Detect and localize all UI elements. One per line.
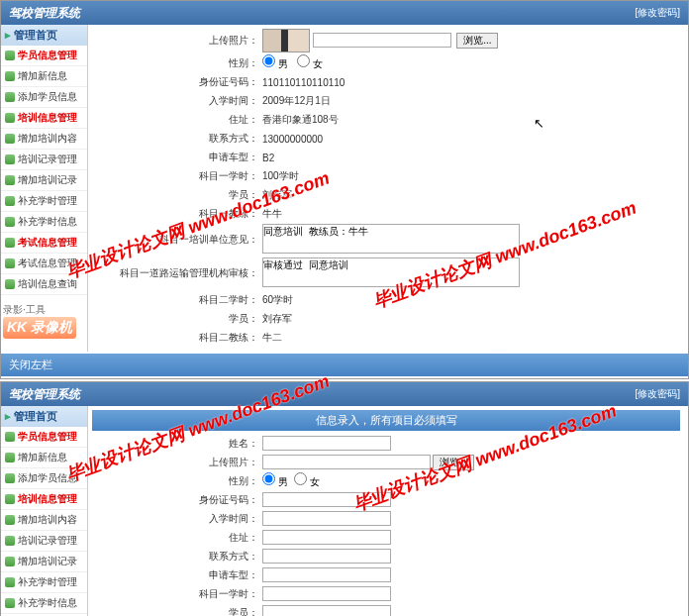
menu-icon	[5, 577, 15, 587]
menu-icon	[5, 217, 15, 227]
browse-button[interactable]: 浏览...	[456, 33, 498, 49]
gender-male-radio[interactable]	[262, 54, 275, 67]
contact-input[interactable]	[262, 549, 391, 564]
s1review-textarea[interactable]	[262, 257, 520, 287]
cartype-value: B2	[262, 153, 274, 163]
menu-icon	[5, 92, 15, 102]
arrow-icon: ▸	[5, 29, 11, 42]
enroll-input[interactable]	[262, 511, 391, 526]
s1coach-value: 牛牛	[262, 208, 282, 219]
id-input[interactable]	[262, 492, 391, 507]
notice-bar: 信息录入，所有项目必须填写	[92, 410, 680, 431]
id-value: 110110110110110	[262, 77, 344, 88]
s2hours-value: 60学时	[262, 294, 293, 305]
gender-female-radio[interactable]	[297, 54, 310, 67]
sidebar-item-9[interactable]: 考试信息管理	[1, 233, 87, 254]
sidebar-item-6[interactable]: 增加培训记录	[1, 552, 87, 572]
menu-icon	[5, 238, 15, 248]
s1opinion-textarea[interactable]	[262, 224, 520, 254]
menu-icon	[5, 279, 15, 289]
sidebar-item-11[interactable]: 培训信息查询	[1, 274, 87, 295]
bottom-panel: 驾校管理系统 [修改密码] ▸ 管理首页 学员信息管理增加新信息添加学员信息培训…	[0, 381, 689, 616]
student-value: 刘存军	[262, 189, 292, 200]
header-bar-top: 驾校管理系统 [修改密码]	[1, 1, 688, 25]
menu-icon	[5, 71, 15, 81]
name-input[interactable]	[262, 436, 391, 451]
addr-value: 香港印象通108号	[262, 114, 339, 125]
menu-icon	[5, 154, 15, 164]
s1hours-value: 100学时	[262, 170, 299, 181]
menu-icon	[5, 51, 15, 60]
menu-icon	[5, 453, 15, 462]
gender-label: 性别：	[92, 56, 262, 70]
change-password-link[interactable]: [修改密码]	[635, 1, 680, 25]
addr-input[interactable]	[262, 530, 391, 545]
sidebar-bottom: ▸ 管理首页 学员信息管理增加新信息添加学员信息培训信息管理增加培训内容培训记录…	[1, 406, 88, 616]
contact-value: 13000000000	[262, 134, 323, 145]
sidebar-item-8[interactable]: 补充学时信息	[1, 212, 87, 233]
app-title-2: 驾校管理系统	[9, 382, 80, 406]
photo-thumbnail	[262, 29, 310, 52]
sidebar-item-1[interactable]: 增加新信息	[1, 66, 87, 87]
menu-icon	[5, 432, 15, 442]
menu-icon	[5, 113, 15, 123]
sidebar-item-7[interactable]: 补充学时管理	[1, 191, 87, 212]
sidebar-item-3[interactable]: 培训信息管理	[1, 108, 87, 129]
gender-male-radio-2[interactable]	[262, 472, 275, 485]
photo-input-2[interactable]	[262, 455, 431, 469]
menu-icon	[5, 557, 15, 566]
sidebar-item-2[interactable]: 添加学员信息	[1, 468, 87, 489]
sidebar-item-10[interactable]: 考试信息管理	[1, 254, 87, 274]
menu-icon	[5, 598, 15, 608]
photo-label: 上传照片：	[92, 34, 262, 48]
menu-icon	[5, 258, 15, 268]
sidebar-item-0[interactable]: 学员信息管理	[1, 46, 87, 66]
enroll-value: 2009年12月1日	[262, 95, 331, 106]
menu-icon	[5, 494, 15, 504]
arrow-icon-2: ▸	[5, 410, 11, 423]
photo-path-input[interactable]	[313, 33, 451, 48]
menu-icon	[5, 536, 15, 546]
sidebar-item-1[interactable]: 增加新信息	[1, 448, 87, 468]
sidebar-item-2[interactable]: 添加学员信息	[1, 87, 87, 108]
sidebar-item-3[interactable]: 培训信息管理	[1, 489, 87, 510]
sidebar-head[interactable]: ▸ 管理首页	[1, 25, 87, 46]
sidebar-item-4[interactable]: 增加培训内容	[1, 129, 87, 150]
sidebar-item-5[interactable]: 培训记录管理	[1, 531, 87, 552]
sidebar-item-6[interactable]: 增加培训记录	[1, 170, 87, 191]
menu-icon	[5, 196, 15, 206]
s1hours-input[interactable]	[262, 586, 391, 601]
sidebar-item-7[interactable]: 补充学时管理	[1, 572, 87, 593]
main-top: 上传照片： 浏览... 性别： 男 女 身份证号码：11011011011011…	[88, 25, 688, 352]
change-password-link-2[interactable]: [修改密码]	[635, 382, 680, 406]
app-title: 驾校管理系统	[9, 1, 80, 25]
cartype-input[interactable]	[262, 567, 391, 582]
menu-icon	[5, 473, 15, 483]
top-panel: 驾校管理系统 [修改密码] ▸ 管理首页 学员信息管理增加新信息添加学员信息培训…	[0, 0, 689, 379]
student2-value: 刘存军	[262, 313, 292, 324]
s2coach-value: 牛二	[262, 332, 282, 343]
student-input[interactable]	[262, 605, 391, 616]
sidebar-top: ▸ 管理首页 学员信息管理增加新信息添加学员信息培训信息管理增加培训内容培训记录…	[1, 25, 88, 352]
collapse-sidebar-bar[interactable]: 关闭左栏	[1, 354, 688, 376]
sidebar-item-0[interactable]: 学员信息管理	[1, 427, 87, 448]
menu-icon	[5, 175, 15, 185]
main-bottom: 信息录入，所有项目必须填写 姓名： 上传照片：浏览... 性别： 男 女 身份证…	[88, 406, 688, 616]
cursor-icon: ↖	[534, 116, 544, 131]
sidebar-item-5[interactable]: 培训记录管理	[1, 150, 87, 170]
sidebar-item-4[interactable]: 增加培训内容	[1, 510, 87, 531]
sidebar-item-8[interactable]: 补充学时信息	[1, 593, 87, 614]
menu-icon	[5, 134, 15, 144]
sidebar-head-2[interactable]: ▸ 管理首页	[1, 406, 87, 427]
kk-logo: 录影·工具 KK 录像机	[1, 301, 87, 341]
menu-icon	[5, 515, 15, 525]
gender-female-radio-2[interactable]	[294, 472, 307, 485]
header-bar-bottom: 驾校管理系统 [修改密码]	[1, 382, 688, 406]
browse-button-2[interactable]: 浏览...	[433, 455, 474, 470]
